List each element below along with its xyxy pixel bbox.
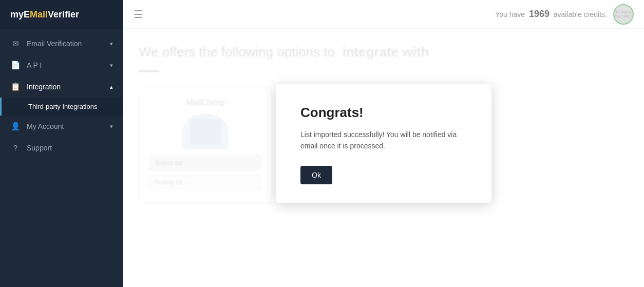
chevron-up-icon: ▴ [110, 84, 113, 90]
modal-message: List imported successfully! You will be … [300, 129, 467, 152]
sidebar-subitem-third-party[interactable]: Third-party Integrations [0, 98, 123, 116]
sidebar-item-support-label: Support [27, 144, 52, 152]
support-icon: ? [10, 143, 21, 152]
integration-icon: 📋 [10, 82, 21, 91]
main-area: ☰ You have 1969 available credits. NO IM… [123, 0, 644, 287]
modal-overlay: Congrats! List imported successfully! Yo… [123, 0, 644, 287]
sidebar-item-email-verification[interactable]: ✉ Email Verification ▾ [0, 33, 123, 54]
congrats-modal: Congrats! List imported successfully! Yo… [276, 84, 491, 203]
sidebar-item-integration[interactable]: 📋 Integration ▴ [0, 76, 123, 98]
logo-area: myEMailVerifier [0, 0, 123, 29]
sidebar-item-api[interactable]: 📄 A P I ▾ [0, 54, 123, 76]
sidebar-item-email-verification-label: Email Verification [27, 40, 82, 48]
modal-title: Congrats! [300, 105, 467, 121]
sidebar-item-support[interactable]: ? Support [0, 137, 123, 158]
user-icon: 👤 [10, 122, 21, 131]
email-icon: ✉ [10, 39, 21, 48]
nav-section: ✉ Email Verification ▾ 📄 A P I ▾ 📋 Integ… [0, 29, 123, 162]
logo: myEMailVerifier [10, 9, 79, 20]
sidebar-item-my-account[interactable]: 👤 My Account ▾ [0, 116, 123, 137]
chevron-down-icon: ▾ [110, 62, 113, 69]
sidebar-item-integration-label: Integration [27, 83, 61, 91]
chevron-down-icon: ▾ [110, 41, 113, 47]
chevron-down-icon: ▾ [110, 123, 113, 130]
sidebar-item-my-account-label: My Account [27, 122, 64, 130]
sidebar-item-api-label: A P I [27, 61, 42, 69]
api-icon: 📄 [10, 61, 21, 70]
sidebar: myEMailVerifier ✉ Email Verification ▾ 📄… [0, 0, 123, 287]
sidebar-subitem-third-party-label: Third-party Integrations [28, 103, 97, 110]
modal-ok-button[interactable]: Ok [300, 166, 332, 184]
